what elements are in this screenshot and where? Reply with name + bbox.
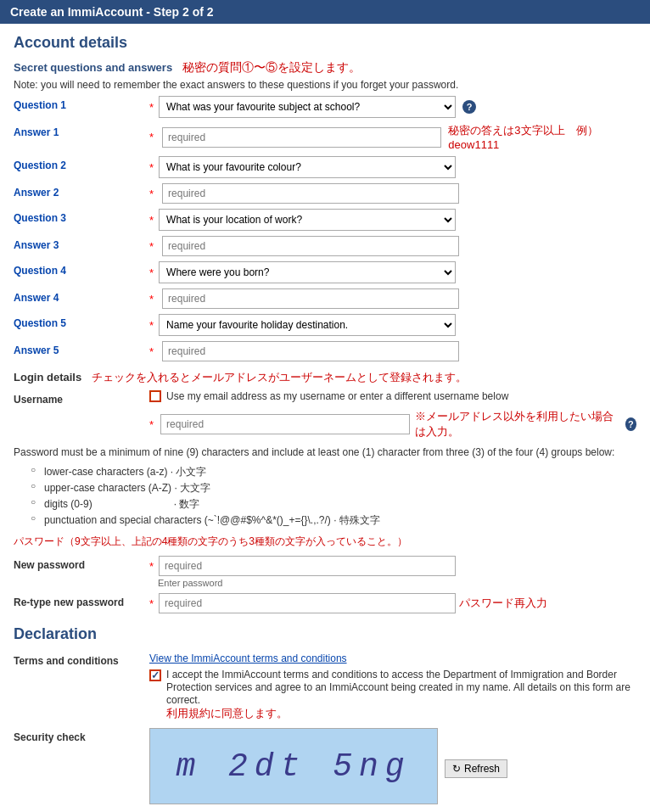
captcha-text: m 2dt 5ng [176,748,411,785]
page-title: Create an ImmiAccount - Step 2 of 2 [10,5,214,19]
answer3-field: * [149,236,636,256]
question2-label: Question 2 [14,156,149,171]
username-checkbox-row: Use my email address as my username or e… [149,390,636,402]
secret-qa-japanese: 秘密の質問①〜⑤を設定します。 [182,60,361,74]
question1-label: Question 1 [14,96,149,111]
declaration-heading: Declaration [14,625,636,643]
secret-qa-heading: Secret questions and answers [14,61,172,74]
answer3-label: Answer 3 [14,236,149,251]
login-details-section: Login details チェックを入れるとメールアドレスがユーザーネームとし… [14,370,636,385]
question4-field: * Where were you born? What was your fav… [149,261,636,283]
rule-uppercase: upper-case characters (A-Z) · 大文字 [31,481,636,496]
username-label: Username [14,390,149,406]
password-rules-list: lower-case characters (a-z) · 小文字 upper-… [31,465,636,528]
question5-row: Question 5 * Name your favourite holiday… [14,314,636,336]
question3-field: * What is your location of work? What wa… [149,209,636,231]
username-input[interactable] [160,414,410,434]
retype-password-row: Re-type new password * パスワード再入力 [14,593,636,613]
question1-help-icon[interactable]: ? [462,100,476,114]
refresh-label: Refresh [464,763,500,775]
answer1-japanese: 秘密の答えは3文字以上 例）deow1111 [448,123,636,151]
question3-select[interactable]: What is your location of work? What was … [159,209,456,231]
rule-digits: digits (0-9) · 数字 [31,497,636,512]
retype-japanese: パスワード再入力 [459,596,547,611]
captcha-row: m 2dt 5ng ↻ Refresh [149,728,636,809]
question4-select[interactable]: Where were you born? What was your favou… [159,261,456,283]
answer2-label: Answer 2 [14,183,149,199]
rule-lowercase: lower-case characters (a-z) · 小文字 [31,465,636,479]
login-details-japanese: チェックを入れるとメールアドレスがユーザーネームとして登録されます。 [92,371,467,384]
account-details-heading: Account details [14,34,636,52]
question5-select[interactable]: Name your favourite holiday destination.… [159,314,456,336]
new-password-field: * Enter password [149,556,636,588]
username-checkbox-label: Use my email address as my username or e… [166,390,508,402]
question1-field: * What was your favourite subject at sch… [149,96,636,118]
answer2-row: Answer 2 * [14,183,636,204]
username-help-icon[interactable]: ? [625,417,636,431]
question4-row: Question 4 * Where were you born? What w… [14,261,636,283]
question1-row: Question 1 * What was your favourite sub… [14,96,636,118]
question2-row: Question 2 * What is your favourite colo… [14,156,636,178]
question3-label: Question 3 [14,209,149,224]
question1-select[interactable]: What was your favourite subject at schoo… [159,96,456,118]
declaration-section: Declaration [14,625,636,643]
username-checkbox[interactable] [149,390,161,402]
answer2-field: * [149,183,636,204]
answer5-field: * [149,341,636,361]
login-details-heading: Login details [14,371,81,384]
answer4-field: * [149,288,636,309]
secret-qa-note: Note: you will need to remember the exac… [14,79,636,91]
question2-select[interactable]: What is your favourite colour? What was … [159,156,456,178]
answer3-input[interactable] [162,236,459,256]
answer4-row: Answer 4 * [14,288,636,309]
terms-japanese: 利用規約に同意します。 [166,706,636,721]
question2-field: * What is your favourite colour? What wa… [149,156,636,178]
answer5-row: Answer 5 * [14,341,636,361]
password-japanese-note: パスワード（9文字以上、上記の4種類の文字のうち3種類の文字が入っていること。） [14,535,636,549]
answer3-row: Answer 3 * [14,236,636,256]
question5-label: Question 5 [14,314,149,329]
answer5-input[interactable] [162,341,459,361]
terms-link[interactable]: View the ImmiAccount terms and condition… [149,652,347,664]
terms-text: I accept the ImmiAccount terms and condi… [166,669,630,706]
terms-row: Terms and conditions View the ImmiAccoun… [14,652,636,721]
answer1-field: * 秘密の答えは3文字以上 例）deow1111 [149,123,636,151]
main-content: Account details Secret questions and ans… [0,24,650,812]
answer4-input[interactable] [162,288,459,309]
security-check-row: Security check m 2dt 5ng ↻ Refresh If yo… [14,728,636,812]
question3-row: Question 3 * What is your location of wo… [14,209,636,231]
question4-label: Question 4 [14,261,149,277]
terms-label: Terms and conditions [14,652,149,667]
password-rule-intro: Password must be a minimum of nine (9) c… [14,446,636,458]
security-check-field: m 2dt 5ng ↻ Refresh If you are unable to… [149,728,636,812]
password-hint: Enter password [158,578,636,588]
refresh-button[interactable]: ↻ Refresh [445,759,507,778]
answer1-input[interactable] [162,127,441,148]
captcha-image: m 2dt 5ng [149,728,438,804]
new-password-row: New password * Enter password [14,556,636,588]
retype-password-input[interactable] [159,593,456,613]
new-password-label: New password [14,556,149,571]
retype-password-field: * パスワード再入力 [149,593,636,613]
page-header: Create an ImmiAccount - Step 2 of 2 [0,0,650,24]
username-row: Username Use my email address as my user… [14,390,636,440]
retype-password-label: Re-type new password [14,593,149,608]
answer1-label: Answer 1 [14,123,149,138]
answer2-input[interactable] [162,183,459,204]
username-japanese: ※メールアドレス以外を利用したい場合は入力。 [415,409,617,440]
terms-checkbox[interactable] [149,669,161,681]
terms-accept-row: I accept the ImmiAccount terms and condi… [149,668,636,721]
username-field: Use my email address as my username or e… [149,390,636,440]
answer1-row: Answer 1 * 秘密の答えは3文字以上 例）deow1111 [14,123,636,151]
question5-field: * Name your favourite holiday destinatio… [149,314,636,336]
rule-special: punctuation and special characters (~`!@… [31,513,636,528]
security-check-label: Security check [14,728,149,743]
username-input-row: * ※メールアドレス以外を利用したい場合は入力。 ? [149,409,636,440]
refresh-icon: ↻ [452,763,461,775]
answer4-label: Answer 4 [14,288,149,304]
answer5-label: Answer 5 [14,341,149,356]
new-password-input[interactable] [159,556,456,576]
terms-field: View the ImmiAccount terms and condition… [149,652,636,721]
